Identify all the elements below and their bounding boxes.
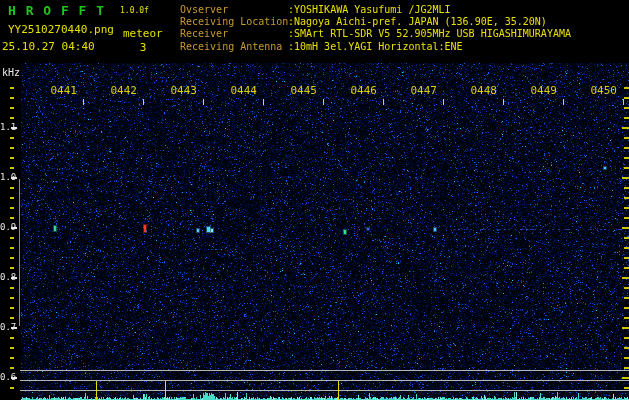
freq-tick-label-0.8: 0.8 (0, 272, 18, 282)
timestamp-label: 25.10.27 04:40 (2, 40, 95, 53)
receiving-antenna-label: Receiving Antenna (180, 41, 282, 52)
time-tick-label-0447: 0447 (407, 84, 437, 97)
receiving-antenna-value: :10mH 3el.YAGI Horizontal:ENE (288, 41, 463, 52)
hrofft-screen: H R O F F T 1.0.0f YY2510270440.png mete… (0, 0, 629, 400)
observer-value: :YOSHIKAWA Yasufumi /JG2MLI (288, 4, 451, 15)
freq-tick-label-0.6: 0.6 (0, 372, 18, 382)
receiver-label: Receiver (180, 28, 228, 39)
freq-axis-unit: kHz (2, 67, 20, 78)
time-tick-label-0445: 0445 (287, 84, 317, 97)
spectrogram-canvas (0, 0, 629, 400)
output-filename: YY2510270440.png (8, 23, 114, 36)
time-tick-label-0450: 0450 (587, 84, 617, 97)
mode-label: meteor (123, 27, 163, 40)
freq-tick-label-1.0: 1.0 (0, 172, 18, 182)
freq-tick-label-0.9: 0.9 (0, 222, 18, 232)
meteor-count: 3 (136, 41, 150, 54)
time-tick-label-0444: 0444 (227, 84, 257, 97)
receiver-value: :SMArt RTL-SDR V5 52.905MHz USB HIGASHIM… (288, 28, 571, 39)
time-tick-label-0446: 0446 (347, 84, 377, 97)
freq-tick-label-0.7: 0.7 (0, 322, 18, 332)
freq-tick-label-1.1: 1.1 (0, 122, 18, 132)
version-label: 1.0.0f (120, 6, 149, 15)
time-tick-label-0442: 0442 (107, 84, 137, 97)
time-tick-label-0441: 0441 (47, 84, 77, 97)
app-title: H R O F F T (8, 3, 105, 18)
time-tick-label-0449: 0449 (527, 84, 557, 97)
time-tick-label-0443: 0443 (167, 84, 197, 97)
time-tick-label-0448: 0448 (467, 84, 497, 97)
receiving-location-label: Receiving Location (180, 16, 288, 27)
observer-label: Ovserver (180, 4, 228, 15)
receiving-location-value: :Nagoya Aichi-pref. JAPAN (136.90E, 35.2… (288, 16, 547, 27)
